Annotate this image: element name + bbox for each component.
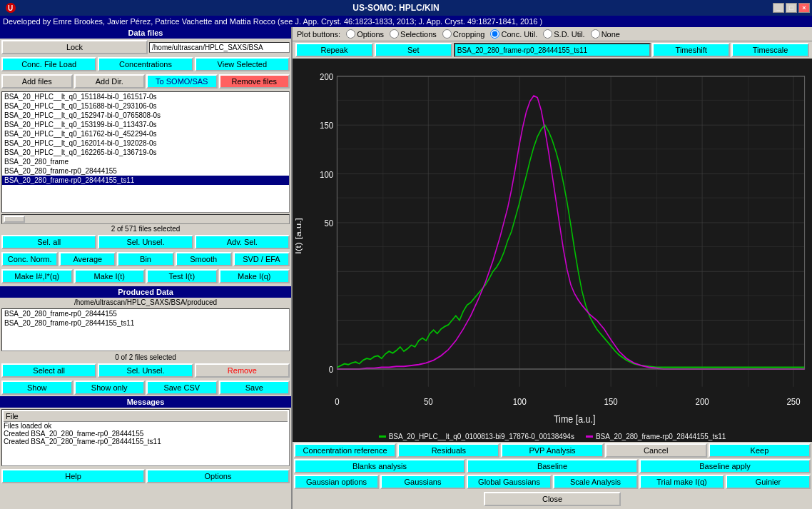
plot-svg: 200 150 100 50 0 I(t) [a.u.] 0 50 100 15… bbox=[293, 59, 812, 431]
file-list-scrollbar-h[interactable] bbox=[1, 214, 290, 224]
conc-file-load-button[interactable]: Conc. File Load bbox=[1, 57, 96, 71]
remove-button[interactable]: Remove bbox=[195, 363, 290, 378]
svg-text:0: 0 bbox=[329, 364, 333, 375]
add-dir-button[interactable]: Add Dir. bbox=[74, 74, 146, 89]
test-it-button[interactable]: Test I(t) bbox=[146, 269, 218, 283]
baseline-button[interactable]: Baseline bbox=[467, 459, 638, 473]
adv-sel-button[interactable]: Adv. Sel. bbox=[195, 235, 290, 249]
scrollbar-thumb-h[interactable] bbox=[4, 216, 25, 223]
window-title: US-SOMO: HPLC/KIN bbox=[19, 3, 773, 13]
keep-button[interactable]: Keep bbox=[709, 443, 811, 458]
file-list-item[interactable]: BSA_20_HPLC__lt_q0_151688-bi-0_293106-0s bbox=[2, 101, 289, 111]
plot-radio-cropping[interactable] bbox=[442, 29, 452, 39]
svg-text:100: 100 bbox=[513, 396, 527, 407]
pvp-analysis-button[interactable]: PVP Analysis bbox=[501, 443, 603, 458]
file-list-item[interactable]: BSA_20_HPLC__lt_q0_161762-bi-0_452294-0s bbox=[2, 129, 289, 138]
plot-radio-selections[interactable] bbox=[390, 29, 399, 39]
make-it-button[interactable]: Make I(t) bbox=[74, 269, 146, 283]
path-label: /home/ultrascan/HPLC_SAXS/BSA bbox=[149, 42, 290, 53]
timeshift-input[interactable] bbox=[454, 43, 651, 57]
file-list-item[interactable]: BSA_20_HPLC__lt_q0_153199-bi-0_113437-0s bbox=[2, 120, 289, 129]
gaussian-options-button[interactable]: Gaussian options bbox=[294, 475, 379, 489]
gaussians-button[interactable]: Gaussians bbox=[380, 475, 465, 489]
svg-text:100: 100 bbox=[320, 169, 333, 180]
svg-text:U: U bbox=[8, 4, 13, 12]
sel-unsel2-button[interactable]: Sel. Unsel. bbox=[98, 363, 193, 378]
show-button[interactable]: Show bbox=[1, 381, 73, 395]
make-iq-button[interactable]: Make I(q) bbox=[219, 269, 290, 283]
to-somo-sas-button[interactable]: To SOMO/SAS bbox=[146, 74, 218, 89]
file-list-item[interactable]: BSA_20_HPLC__lt_q0_162014-bi-0_192028-0s bbox=[2, 138, 289, 148]
action-btns-row: Repeak Set Timeshift Timescale bbox=[293, 41, 812, 59]
produced-file-list-item[interactable]: BSA_20_280_frame-rp0_28444155_ts11 bbox=[2, 318, 289, 328]
analysis-buttons: Concentration reference Residuals PVP An… bbox=[293, 442, 812, 509]
residuals-button[interactable]: Residuals bbox=[397, 443, 499, 458]
plot-radio-conc-util[interactable] bbox=[490, 29, 499, 39]
repeak-button[interactable]: Repeak bbox=[295, 43, 373, 57]
smooth-button[interactable]: Smooth bbox=[176, 252, 232, 266]
plot-option-options[interactable]: Options bbox=[346, 29, 384, 39]
scale-analysis-button[interactable]: Scale Analysis bbox=[553, 475, 638, 489]
legend-item-green: BSA_20_HPLC__lt_q0_0100813-bi9_17876-0_0… bbox=[379, 433, 574, 440]
maximize-button[interactable]: □ bbox=[786, 3, 797, 13]
bin-button[interactable]: Bin bbox=[117, 252, 173, 266]
svg-text:50: 50 bbox=[424, 396, 433, 407]
plot-option-sd-util[interactable]: S.D. Util. bbox=[543, 29, 584, 39]
blanks-analysis-button[interactable]: Blanks analysis bbox=[294, 459, 465, 473]
save-csv-button[interactable]: Save CSV bbox=[146, 381, 218, 395]
file-list-item[interactable]: BSA_20_HPLC__lt_q0_162265-bi-0_136719-0s bbox=[2, 148, 289, 157]
timeshift-button[interactable]: Timeshift bbox=[652, 43, 730, 57]
baseline-apply-button[interactable]: Baseline apply bbox=[639, 459, 811, 473]
close-button[interactable]: Close bbox=[484, 492, 621, 506]
options-button[interactable]: Options bbox=[146, 469, 290, 483]
guinier-button[interactable]: Guinier bbox=[726, 475, 811, 489]
help-button[interactable]: Help bbox=[1, 469, 145, 483]
plot-option-cropping[interactable]: Cropping bbox=[442, 29, 485, 39]
messages-menu-bar[interactable]: File bbox=[4, 411, 288, 422]
save-button[interactable]: Save bbox=[219, 381, 290, 395]
set-button[interactable]: Set bbox=[375, 43, 452, 57]
svd-efa-button[interactable]: SVD / EFA bbox=[233, 252, 290, 266]
produced-path: /home/ultrascan/HPLC_SAXS/BSA/produced bbox=[0, 298, 291, 307]
file-list-item[interactable]: BSA_20_HPLC__lt_q0_152947-bi-0_0765808-0… bbox=[2, 111, 289, 120]
plot-option-selections[interactable]: Selections bbox=[390, 29, 437, 39]
average-button[interactable]: Average bbox=[59, 252, 116, 266]
plot-legend: BSA_20_HPLC__lt_q0_0100813-bi9_17876-0_0… bbox=[293, 431, 812, 442]
produced-list[interactable]: BSA_20_280_frame-rp0_28444155BSA_20_280_… bbox=[1, 308, 290, 351]
file-list-item[interactable]: BSA_20_280_frame bbox=[2, 157, 289, 166]
plot-option-conc-util[interactable]: Conc. Util. bbox=[490, 29, 537, 39]
remove-files-button[interactable]: Remove files bbox=[219, 74, 290, 89]
plot-radio-none[interactable] bbox=[591, 29, 600, 39]
concentrations-button[interactable]: Concentrations bbox=[98, 57, 193, 71]
select-all-button[interactable]: Select all bbox=[1, 363, 96, 378]
make-i-hash-button[interactable]: Make I#,I*(q) bbox=[1, 269, 73, 283]
file-list-item[interactable]: BSA_20_280_frame-rp0_28444155 bbox=[2, 166, 289, 176]
show-only-button[interactable]: Show only bbox=[74, 381, 146, 395]
svg-text:200: 200 bbox=[320, 71, 333, 82]
svg-text:250: 250 bbox=[786, 396, 800, 407]
cancel-button[interactable]: Cancel bbox=[605, 443, 707, 458]
concentration-reference-button[interactable]: Concentration reference bbox=[294, 443, 396, 458]
file-list-item[interactable]: BSA_20_280_frame-rp0_28444155_ts11 bbox=[2, 176, 289, 185]
trial-make-iq-button[interactable]: Trial make I(q) bbox=[639, 475, 724, 489]
minimize-button[interactable]: _ bbox=[773, 3, 784, 13]
file-list-container[interactable]: BSA_20_HPLC__lt_q0_151184-bi-0_161517-0s… bbox=[1, 91, 290, 213]
plot-area: 200 150 100 50 0 I(t) [a.u.] 0 50 100 15… bbox=[293, 59, 812, 431]
global-gaussians-button[interactable]: Global Gaussians bbox=[467, 475, 552, 489]
plot-radio-sd-util[interactable] bbox=[543, 29, 552, 39]
close-button[interactable]: × bbox=[798, 3, 810, 13]
plot-option-none[interactable]: None bbox=[591, 29, 620, 39]
view-selected-button[interactable]: View Selected bbox=[195, 57, 290, 71]
plot-radio-options[interactable] bbox=[346, 29, 355, 39]
timescale-button[interactable]: Timescale bbox=[731, 43, 809, 57]
lock-button[interactable]: Lock bbox=[1, 40, 148, 54]
file-count: 2 of 571 files selected bbox=[0, 224, 291, 233]
app-icon: U bbox=[5, 2, 16, 14]
conc-norm-button[interactable]: Conc. Norm. bbox=[1, 252, 58, 266]
sel-all-button[interactable]: Sel. all bbox=[1, 235, 96, 249]
sel-unsel-button[interactable]: Sel. Unsel. bbox=[98, 235, 193, 249]
add-files-button[interactable]: Add files bbox=[1, 74, 73, 89]
produced-file-list-item[interactable]: BSA_20_280_frame-rp0_28444155 bbox=[2, 309, 289, 318]
file-list-item[interactable]: BSA_20_HPLC__lt_q0_151184-bi-0_161517-0s bbox=[2, 92, 289, 101]
plot-buttons-row: Plot buttons: Options Selections Croppin… bbox=[293, 27, 812, 41]
